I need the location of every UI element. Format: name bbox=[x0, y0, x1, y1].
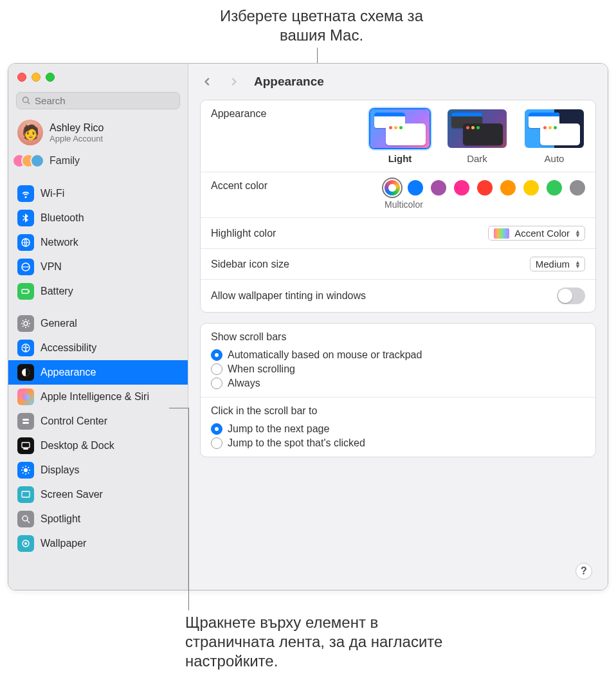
radio-button[interactable] bbox=[211, 437, 222, 449]
bluetooth-icon bbox=[17, 210, 34, 226]
click-scroll-title: Click in the scroll bar to bbox=[211, 405, 585, 417]
highlight-popup[interactable]: Accent Color ▲▼ bbox=[488, 226, 585, 241]
accent-color-yellow[interactable] bbox=[523, 180, 539, 196]
appearance-option-dark[interactable]: Dark bbox=[446, 108, 508, 164]
sidebar-item-appearance[interactable]: Appearance bbox=[8, 360, 188, 385]
screensaver-icon bbox=[17, 486, 34, 503]
sidebar-item-siri[interactable]: Apple Intelligence & Siri bbox=[8, 385, 188, 409]
nav-forward[interactable] bbox=[224, 73, 242, 91]
sidebar-size-value: Medium bbox=[536, 259, 570, 269]
sidebar-item-label: Network bbox=[41, 237, 78, 248]
radio-label: Jump to the next page bbox=[228, 423, 329, 435]
svg-rect-12 bbox=[23, 448, 28, 450]
appearance-option-auto[interactable]: Auto bbox=[523, 108, 585, 164]
sidebar-item-general[interactable]: General bbox=[8, 311, 188, 336]
search-field[interactable] bbox=[16, 92, 180, 109]
popup-arrows-icon: ▲▼ bbox=[575, 230, 581, 237]
svg-rect-9 bbox=[23, 419, 29, 421]
sidebar-item-displays[interactable]: Displays bbox=[8, 458, 188, 482]
callout-line bbox=[188, 408, 189, 610]
sidebar-item-label: VPN bbox=[41, 261, 62, 273]
family-label: Family bbox=[50, 155, 80, 167]
family-row[interactable]: Family bbox=[8, 147, 188, 178]
account-row[interactable]: 🧑 Ashley Rico Apple Account bbox=[8, 116, 188, 147]
sidebar-item-wifi[interactable]: Wi-Fi bbox=[8, 181, 188, 206]
sidebar-item-spotlight[interactable]: Spotlight bbox=[8, 507, 188, 531]
radio-option-auto[interactable]: Automatically based on mouse or trackpad bbox=[211, 349, 585, 361]
sidebar-size-label: Sidebar icon size bbox=[211, 259, 289, 270]
scrollbars-title: Show scroll bars bbox=[211, 331, 585, 343]
panel-scroll: Show scroll bars Automatically based on … bbox=[200, 323, 596, 457]
sidebar-group-1: Wi-FiBluetoothNetworkVPNBattery bbox=[8, 178, 188, 307]
nav-back[interactable] bbox=[199, 73, 217, 91]
sidebar-item-label: Wi-Fi bbox=[41, 188, 64, 199]
radio-option-always[interactable]: Always bbox=[211, 378, 585, 389]
appearance-label: Appearance bbox=[211, 108, 266, 120]
sidebar-item-label: Accessibility bbox=[41, 342, 96, 354]
svg-point-15 bbox=[23, 516, 28, 521]
radio-button[interactable] bbox=[211, 378, 222, 389]
accent-color-multi[interactable] bbox=[385, 180, 400, 196]
radio-button[interactable] bbox=[211, 423, 222, 435]
account-sub: Apple Account bbox=[50, 134, 104, 143]
radio-option-spot[interactable]: Jump to the spot that's clicked bbox=[211, 437, 585, 449]
battery-icon bbox=[17, 283, 34, 300]
sidebar-item-controlcenter[interactable]: Control Center bbox=[8, 409, 188, 434]
radio-option-scrolling[interactable]: When scrolling bbox=[211, 363, 585, 375]
avatar: 🧑 bbox=[17, 120, 43, 145]
accent-color-graphite[interactable] bbox=[570, 180, 585, 196]
sidebar-item-wallpaper[interactable]: Wallpaper bbox=[8, 531, 188, 556]
siri-icon bbox=[17, 388, 34, 405]
sidebar-item-bluetooth[interactable]: Bluetooth bbox=[8, 206, 188, 230]
accent-color-green[interactable] bbox=[547, 180, 562, 196]
popup-arrows-icon: ▲▼ bbox=[575, 260, 581, 268]
radio-option-next[interactable]: Jump to the next page bbox=[211, 423, 585, 435]
sidebar-item-vpn[interactable]: VPN bbox=[8, 255, 188, 279]
accent-color-pink[interactable] bbox=[454, 180, 469, 196]
sidebar-item-screensaver[interactable]: Screen Saver bbox=[8, 482, 188, 507]
sidebar-item-label: Wallpaper bbox=[41, 538, 86, 549]
sidebar-item-label: Screen Saver bbox=[41, 489, 103, 500]
minimize-button[interactable] bbox=[32, 73, 41, 82]
sidebar: 🧑 Ashley Rico Apple Account Family Wi-Fi… bbox=[8, 64, 188, 590]
callout-top: Изберете цветната схема за вашия Mac. bbox=[212, 6, 431, 45]
sidebar-item-label: Apple Intelligence & Siri bbox=[41, 391, 149, 403]
sidebar-size-popup[interactable]: Medium ▲▼ bbox=[530, 257, 585, 271]
help-button[interactable]: ? bbox=[575, 563, 592, 580]
desktop-icon bbox=[17, 437, 34, 454]
wifi-icon bbox=[17, 185, 34, 202]
svg-point-13 bbox=[24, 468, 28, 472]
accent-color-blue[interactable] bbox=[408, 180, 423, 196]
appearance-option-light[interactable]: Light bbox=[369, 108, 431, 164]
sidebar-group-2: GeneralAccessibilityAppearanceApple Inte… bbox=[8, 307, 188, 560]
sidebar-item-desktop[interactable]: Desktop & Dock bbox=[8, 434, 188, 458]
svg-point-17 bbox=[24, 542, 27, 545]
spotlight-icon bbox=[17, 511, 34, 527]
sidebar-item-label: Battery bbox=[41, 286, 73, 297]
sidebar-item-accessibility[interactable]: Accessibility bbox=[8, 336, 188, 360]
main-area: Appearance Appearance LightDarkAuto Acce… bbox=[188, 64, 608, 590]
radio-button[interactable] bbox=[211, 349, 222, 361]
appearance-option-label: Dark bbox=[446, 153, 508, 164]
svg-rect-11 bbox=[22, 443, 30, 448]
sidebar-item-network[interactable]: Network bbox=[8, 230, 188, 255]
radio-button[interactable] bbox=[211, 363, 222, 375]
radio-label: Jump to the spot that's clicked bbox=[228, 437, 365, 449]
sidebar-item-battery[interactable]: Battery bbox=[8, 279, 188, 304]
sidebar-item-label: Bluetooth bbox=[41, 212, 84, 224]
accent-color-purple[interactable] bbox=[431, 180, 446, 196]
tinting-label: Allow wallpaper tinting in windows bbox=[211, 290, 366, 302]
settings-window: 🧑 Ashley Rico Apple Account Family Wi-Fi… bbox=[8, 63, 608, 590]
close-button[interactable] bbox=[17, 73, 26, 82]
tinting-toggle[interactable] bbox=[557, 288, 585, 304]
svg-point-4 bbox=[24, 322, 28, 325]
radio-label: Always bbox=[228, 378, 260, 389]
zoom-button[interactable] bbox=[46, 73, 55, 82]
accessibility-icon bbox=[17, 340, 34, 356]
accent-color-red[interactable] bbox=[477, 180, 493, 196]
window-controls bbox=[8, 64, 188, 88]
svg-point-6 bbox=[25, 345, 27, 347]
sidebar-item-label: Spotlight bbox=[41, 513, 80, 525]
search-input[interactable] bbox=[31, 95, 174, 106]
accent-color-orange[interactable] bbox=[500, 180, 516, 196]
